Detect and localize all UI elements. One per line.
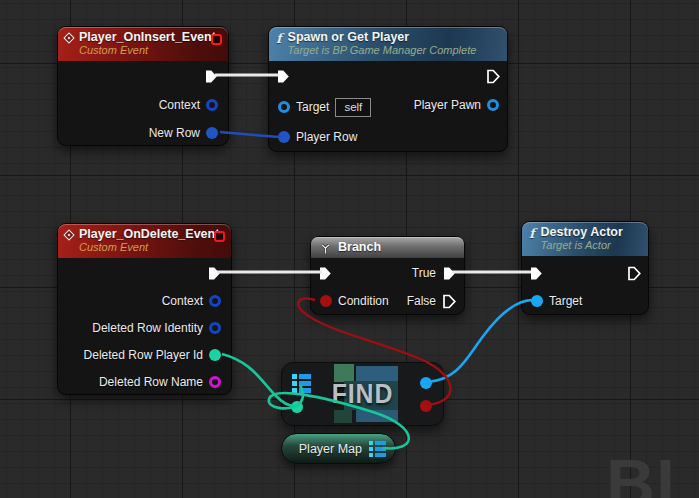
found-output-pin[interactable]	[420, 400, 432, 412]
node-player-ondelete-event[interactable]: Player_OnDelete_Event Custom Event Conte…	[57, 223, 232, 395]
pin-row-player-pawn: Player Pawn	[414, 97, 499, 113]
object-pin[interactable]	[487, 99, 499, 111]
exec-pin-connected[interactable]	[529, 266, 544, 281]
decor-block	[334, 410, 352, 423]
function-icon: f	[529, 226, 535, 241]
exec-output-row	[486, 68, 501, 84]
exec-pin-unconnected[interactable]	[627, 266, 642, 281]
variable-label: Player Map	[299, 442, 362, 456]
pin-row-new-row: New Row	[149, 125, 218, 141]
pin-row-target: Target	[531, 293, 582, 309]
object-pin[interactable]	[209, 322, 221, 334]
exec-pin-connected[interactable]	[442, 266, 457, 281]
pin-row-identity: Deleted Row Identity	[92, 320, 221, 336]
decor-block	[356, 410, 398, 422]
pin-row-condition: Condition	[320, 293, 389, 309]
node-header[interactable]: Player_OnDelete_Event Custom Event	[58, 224, 231, 258]
exec-input-row	[276, 68, 291, 84]
node-player-map-variable[interactable]: Player Map	[281, 433, 396, 464]
node-subtitle: Custom Event	[79, 241, 219, 254]
pin-row-player-id: Deleted Row Player Id	[84, 347, 221, 363]
node-subtitle: Target is Actor	[541, 239, 623, 252]
node-title: Player_OnInsert_Event	[79, 30, 216, 44]
pin-row-context: Context	[162, 293, 221, 309]
blueprint-canvas[interactable]: BLU Player_OnInsert_Event Custom Event C…	[0, 0, 699, 498]
exec-output-row	[627, 265, 642, 281]
node-title: Destroy Actor	[541, 225, 623, 239]
node-player-oninsert-event[interactable]: Player_OnInsert_Event Custom Event Conte…	[57, 26, 229, 146]
breakpoint-badge[interactable]	[211, 34, 222, 45]
teal-pin-connected[interactable]	[209, 349, 221, 361]
exec-output-row	[204, 68, 219, 84]
node-subtitle: Custom Event	[79, 44, 216, 57]
custom-event-icon	[63, 229, 74, 240]
exec-pin-unconnected[interactable]	[442, 294, 457, 309]
node-header[interactable]: f Spawn or Get Player Target is BP Game …	[269, 27, 507, 61]
node-header[interactable]: Player_OnInsert_Event Custom Event	[58, 27, 228, 61]
string-pin[interactable]	[209, 376, 221, 388]
object-pin[interactable]	[206, 99, 218, 111]
exec-pin-connected[interactable]	[276, 69, 291, 84]
exec-input-row	[318, 265, 333, 281]
watermark: BLU	[606, 444, 699, 498]
node-spawn-or-get-player[interactable]: f Spawn or Get Player Target is BP Game …	[268, 26, 508, 152]
node-map-find[interactable]: FIND	[281, 362, 444, 426]
pin-row-true: True	[412, 265, 457, 281]
exec-output-row	[207, 265, 222, 281]
exec-input-row	[529, 265, 544, 281]
node-header[interactable]: Branch	[311, 237, 464, 258]
exec-pin-connected[interactable]	[207, 266, 222, 281]
node-title: Branch	[338, 240, 381, 254]
exec-pin-connected[interactable]	[318, 266, 333, 281]
pin-row-player-row: Player Row	[278, 129, 357, 145]
object-pin-connected[interactable]	[531, 295, 543, 307]
branch-icon	[319, 241, 332, 255]
node-title: Player_OnDelete_Event	[79, 227, 219, 241]
node-title: Spawn or Get Player	[288, 30, 477, 44]
target-value-field[interactable]	[335, 98, 371, 117]
bool-pin-connected[interactable]	[320, 295, 332, 307]
pin-row-context: Context	[159, 97, 218, 113]
custom-event-icon	[63, 32, 74, 43]
function-icon: f	[276, 31, 282, 46]
key-pin-connected[interactable]	[291, 401, 303, 413]
object-pin-connected[interactable]	[278, 131, 290, 143]
node-branch[interactable]: Branch True Condition False	[310, 236, 465, 315]
pin-row-false: False	[407, 293, 457, 309]
exec-pin-unconnected[interactable]	[486, 69, 501, 84]
object-pin[interactable]	[209, 295, 221, 307]
map-variable-icon[interactable]	[369, 441, 386, 457]
node-subtitle: Target is BP Game Manager Complete	[288, 44, 477, 57]
object-pin[interactable]	[278, 101, 290, 113]
node-header[interactable]: f Destroy Actor Target is Actor	[522, 222, 648, 256]
node-destroy-actor[interactable]: f Destroy Actor Target is Actor Target	[521, 221, 649, 315]
object-pin-connected[interactable]	[206, 127, 218, 139]
pin-row-target: Target	[278, 99, 371, 115]
map-pin-icon[interactable]	[292, 374, 311, 393]
pin-row-name: Deleted Row Name	[99, 374, 221, 390]
breakpoint-badge[interactable]	[214, 231, 225, 242]
value-output-pin[interactable]	[420, 377, 432, 389]
exec-pin-connected[interactable]	[204, 69, 219, 84]
